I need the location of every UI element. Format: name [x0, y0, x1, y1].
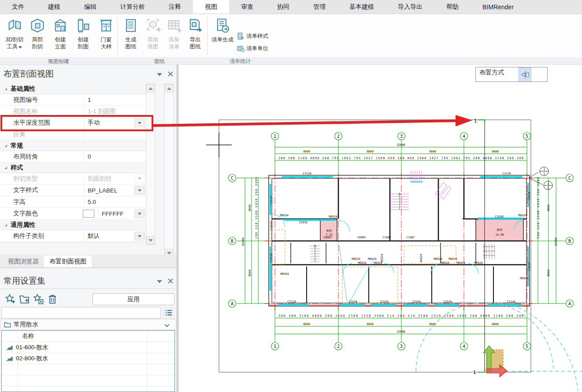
text-color-dropdown[interactable]	[134, 209, 145, 218]
menu-basic-modeling[interactable]: 基本建模	[337, 0, 386, 14]
delete-icon[interactable]	[47, 293, 58, 305]
outer-scrollbar[interactable]	[164, 84, 174, 258]
tab-view-browser[interactable]: 视图浏览器	[3, 255, 44, 267]
3d-section-tool-button[interactable]: 3D剖切 工具	[4, 15, 26, 56]
svg-text:2: 2	[337, 344, 340, 349]
scroll-up-button[interactable]	[165, 84, 173, 92]
svg-text:8000: 8000	[367, 322, 374, 326]
add-folder-icon[interactable]	[19, 293, 30, 305]
svg-text:8000: 8000	[547, 270, 550, 277]
row-sub-category: 构件子类别 默认	[0, 230, 146, 242]
menu-bimrender[interactable]: BIMRender	[471, 0, 526, 14]
view-number-value[interactable]: 1	[84, 94, 146, 105]
inner-scrollbar[interactable]	[146, 84, 155, 245]
partial-section-button[interactable]: 局部 剖切	[26, 15, 48, 56]
layout-angle-value[interactable]: 0	[84, 151, 146, 162]
3d-section-icon	[7, 18, 22, 33]
svg-text:C2524: C2524	[443, 300, 452, 303]
svg-text:C5930: C5930	[299, 221, 308, 224]
svg-text:8000: 8000	[492, 150, 499, 153]
scroll-up-button[interactable]	[146, 84, 155, 92]
search-input[interactable]	[1, 307, 161, 318]
svg-text:C3124: C3124	[507, 300, 515, 303]
list-item[interactable]: 01-600-散水	[2, 342, 174, 353]
menu-review[interactable]: 审查	[229, 0, 265, 14]
color-swatch[interactable]	[83, 210, 94, 218]
svg-text:1: 1	[274, 134, 276, 139]
row-distance: 距离	[0, 129, 146, 141]
create-elevation-icon	[52, 18, 68, 33]
section-common-props[interactable]: 通用属性	[0, 220, 146, 230]
table-header-row: 名称	[2, 331, 174, 342]
svg-text:32000: 32000	[397, 143, 405, 147]
scroll-down-button[interactable]	[146, 236, 155, 244]
svg-text:200 520 3100 1050 200 3000: 200 520 3100 1050 200 3000	[255, 177, 258, 239]
menu-manage[interactable]: 管理	[301, 0, 337, 14]
svg-text:C0807: C0807	[357, 236, 366, 239]
favorite-group-icon[interactable]	[33, 293, 44, 305]
menu-annotate[interactable]: 注释	[157, 0, 193, 14]
menu-collaborate[interactable]: 协同	[265, 0, 301, 14]
menu-edit[interactable]: 编辑	[72, 0, 108, 14]
drawing-canvas[interactable]: 12 34 5 12 34 5 CB A CB A 32000 80008000…	[179, 65, 582, 392]
section-basic-props[interactable]: 基础属性	[0, 84, 146, 94]
generate-sheet-icon	[123, 18, 139, 33]
section-style[interactable]: 样式	[0, 163, 146, 173]
ribbon-group-band: 视图创建 图纸 清单统计	[0, 57, 582, 65]
menu-file[interactable]: 文件	[0, 0, 36, 14]
list-style-button[interactable]: 清单样式	[237, 30, 285, 42]
export-sheet-icon	[187, 18, 203, 33]
settings-title: 常用设置集	[4, 275, 45, 287]
settings-close-icon[interactable]	[167, 278, 174, 284]
list-item[interactable]: 02-800-散水	[2, 353, 174, 364]
chevron-down-icon	[164, 322, 169, 327]
sub-category-dropdown[interactable]	[134, 232, 145, 240]
menu-view[interactable]: 视图	[193, 0, 229, 14]
svg-text:M0924: M0924	[441, 261, 449, 265]
tab-section-view[interactable]: 布置剖面视图	[44, 255, 92, 267]
export-sheet-button[interactable]: 导出 图纸	[184, 15, 206, 56]
svg-text:8000: 8000	[303, 322, 310, 326]
menu-help[interactable]: 帮助	[434, 0, 471, 14]
ribbon-separator	[207, 17, 208, 55]
divider	[0, 288, 176, 289]
row-text-style: 文字样式 BP_LABEL	[0, 185, 146, 196]
ribbon-separator	[117, 17, 118, 55]
svg-text:C3124: C3124	[527, 192, 531, 200]
menu-analysis[interactable]: 计算分析	[108, 0, 157, 14]
menu-modeling[interactable]: 建模	[36, 0, 72, 14]
create-section-button[interactable]: 创建 剖面	[72, 15, 94, 56]
add-list-button: 添加 清单	[163, 15, 185, 56]
svg-text:C2524: C2524	[348, 300, 357, 303]
text-style-dropdown[interactable]	[134, 186, 145, 195]
list-unit-button[interactable]: 清单单位	[237, 42, 285, 55]
list-view-button[interactable]	[163, 307, 175, 319]
row-text-height: 字高 5.0	[0, 196, 146, 208]
generate-sheet-button[interactable]: 生成 图纸	[120, 15, 142, 56]
create-elevation-button[interactable]: 创建 立面	[49, 15, 71, 56]
section-common-label: 通用属性	[11, 221, 35, 229]
addview-label-1: 添加	[148, 37, 159, 43]
dropdown-caret-icon	[19, 46, 22, 48]
3d-section-label-2: 工具	[7, 44, 18, 50]
layout-angle-label: 布局转角	[13, 151, 38, 162]
list-generate-button[interactable]: 清单生成	[210, 15, 235, 56]
add-favorite-icon[interactable]	[4, 293, 16, 305]
horizontal-depth-dropdown[interactable]	[134, 118, 145, 127]
group-dropdown[interactable]: 常用散水	[0, 319, 176, 330]
svg-text:面积: 面积	[497, 228, 503, 232]
settings-collapse-icon[interactable]	[157, 280, 162, 283]
distance-value	[84, 129, 146, 140]
panel-close-icon[interactable]	[167, 71, 174, 77]
menu-import-export[interactable]: 导入导出	[386, 0, 434, 14]
section-general[interactable]: 常规	[0, 141, 146, 151]
list-style-icon	[237, 33, 245, 40]
mirror-button[interactable]	[519, 67, 531, 82]
panel-collapse-icon[interactable]	[157, 73, 162, 76]
apply-button[interactable]: 应用	[93, 293, 174, 305]
svg-text:14.80: 14.80	[495, 233, 504, 237]
panel-title: 布置剖面视图	[4, 68, 54, 80]
create-section-icon	[75, 18, 91, 33]
door-window-detail-button[interactable]: 门窗 大样	[95, 15, 117, 56]
text-height-value[interactable]: 5.0	[84, 196, 146, 207]
